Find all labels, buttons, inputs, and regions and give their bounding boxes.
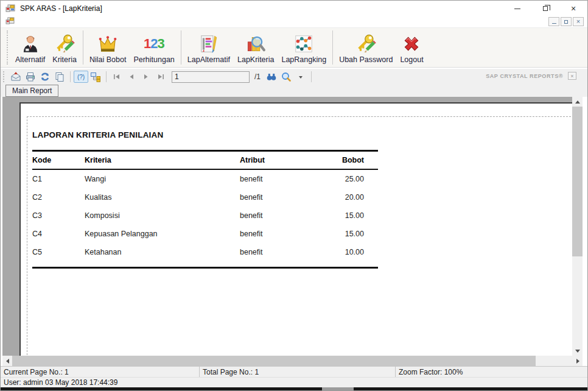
toolbar-button-label: LapAlternatif <box>187 55 230 64</box>
mdi-child-icon <box>5 17 15 25</box>
ubah-password-button[interactable]: Ubah Password <box>335 29 396 66</box>
logout-button[interactable]: Logout <box>396 29 427 66</box>
cell-atribut: benefit <box>240 193 319 202</box>
cell-kriteria: Ketahanan <box>85 248 240 256</box>
cell-atribut: benefit <box>240 211 319 220</box>
column-header-bobot: Bobot <box>319 156 378 164</box>
title-bar: SPK ARAS - [LapKriteria] × <box>1 1 587 16</box>
copy-button[interactable] <box>53 71 66 83</box>
print-button[interactable] <box>24 71 37 83</box>
scroll-up-button[interactable] <box>572 97 583 107</box>
key-pencil-icon <box>355 33 376 54</box>
report-toolbar: (?) <box>1 69 587 85</box>
group-tree-icon <box>90 71 101 82</box>
scroll-down-button[interactable] <box>572 346 583 356</box>
report-toolbar-separator <box>311 71 312 82</box>
zoom-dropdown-button[interactable] <box>294 71 307 83</box>
alternatif-button[interactable]: Alternatif <box>12 29 49 66</box>
restore-button[interactable] <box>531 1 559 16</box>
main-toolbar: Alternatif Kriteria <box>1 27 587 68</box>
toolbar-button-label: Perhitungan <box>133 55 174 64</box>
mdi-minimize-button[interactable] <box>548 17 559 26</box>
refresh-button[interactable] <box>38 71 52 83</box>
report-status-bar: Current Page No.: 1 Total Page No.: 1 Zo… <box>1 366 587 377</box>
cell-bobot: 25.00 <box>319 175 378 183</box>
perhitungan-button[interactable]: 123 Perhitungan <box>130 29 178 66</box>
group-tree-button[interactable] <box>89 71 102 83</box>
toggle-parameter-panel-button[interactable]: (?) <box>74 71 88 83</box>
page-margin-guide-horizontal <box>27 116 571 117</box>
toolbar-button-label: LapKriteria <box>237 55 274 64</box>
first-page-button[interactable] <box>110 71 124 83</box>
arrow-right-icon <box>576 359 579 364</box>
nilai-bobot-button[interactable]: Nilai Bobot <box>86 29 130 66</box>
next-page-button[interactable] <box>139 71 153 83</box>
taskbar-edge <box>1 387 587 391</box>
minimize-button[interactable] <box>503 1 531 16</box>
toolbar-button-label: Kriteria <box>52 55 77 64</box>
table-row: C2 Kualitas benefit 20.00 <box>32 188 378 206</box>
binoculars-icon <box>266 71 277 82</box>
cell-kode: C1 <box>32 175 85 183</box>
cell-kode: C4 <box>32 230 85 238</box>
scroll-left-button[interactable] <box>2 356 12 366</box>
zoom-button[interactable] <box>279 71 293 83</box>
mdi-minimize-icon <box>552 23 556 24</box>
report-document-icon <box>198 33 219 54</box>
horizontal-scrollbar[interactable] <box>2 356 583 366</box>
cell-kode: C2 <box>32 193 85 202</box>
toolbar-button-label: Logout <box>400 55 423 64</box>
user-session-status: User: admin 03 May 2018 17:44:39 <box>4 378 117 387</box>
mdi-strip: × <box>1 16 587 27</box>
previous-page-icon <box>127 72 136 82</box>
toolbar-button-label: Alternatif <box>15 55 45 64</box>
table-row: C1 Wangi benefit 25.00 <box>32 170 378 188</box>
mdi-close-icon: × <box>576 18 580 25</box>
previous-page-button[interactable] <box>125 71 138 83</box>
toolbar-button-label: LapRangking <box>281 55 326 64</box>
scroll-right-button[interactable] <box>573 356 583 366</box>
toolbar-button-label: Ubah Password <box>339 55 393 64</box>
mdi-restore-button[interactable] <box>561 17 572 26</box>
lap-alternatif-button[interactable]: LapAlternatif <box>184 29 234 66</box>
export-icon <box>10 71 21 82</box>
page-margin-guide-vertical <box>27 116 27 355</box>
mdi-close-button[interactable]: × <box>573 17 584 26</box>
brand-close-button[interactable]: × <box>568 72 576 80</box>
export-button[interactable] <box>9 71 23 83</box>
print-icon <box>25 71 36 82</box>
vertical-scrollbar[interactable] <box>572 97 583 356</box>
page-number-input[interactable] <box>172 71 250 83</box>
table-row: C4 Kepuasan Pelanggan benefit 15.00 <box>32 225 378 243</box>
find-button[interactable] <box>265 71 278 83</box>
cell-kode: C3 <box>32 211 85 220</box>
toolbar-grip[interactable] <box>7 30 9 65</box>
report-table: Kode Kriteria Atribut Bobot C1 Wangi ben… <box>32 150 378 269</box>
kriteria-button[interactable]: Kriteria <box>49 29 80 66</box>
copy-icon <box>54 71 65 82</box>
key-pencil-icon <box>54 33 75 54</box>
report-toolbar-grip[interactable] <box>3 71 5 82</box>
lap-rangking-button[interactable]: LapRangking <box>278 29 330 66</box>
red-x-icon <box>401 33 422 54</box>
horizontal-scrollbar-thumb[interactable] <box>12 356 536 366</box>
tab-main-report[interactable]: Main Report <box>5 85 58 97</box>
cell-atribut: benefit <box>240 175 319 183</box>
arrow-down-icon <box>575 350 580 353</box>
report-toolbar-separator <box>106 71 107 82</box>
vertical-scrollbar-thumb[interactable] <box>572 107 583 256</box>
toolbar-separator <box>83 30 83 65</box>
cell-kriteria: Kualitas <box>85 193 240 202</box>
app-status-bar: User: admin 03 May 2018 17:44:39 <box>1 377 587 387</box>
app-icon <box>5 4 15 13</box>
column-header-kriteria: Kriteria <box>85 156 240 164</box>
minimize-icon <box>514 9 520 9</box>
zoom-factor-status: Zoom Factor: 100% <box>395 367 588 378</box>
last-page-button[interactable] <box>154 71 167 83</box>
numbers-123-icon: 123 <box>144 33 164 54</box>
close-button[interactable]: × <box>559 1 587 16</box>
chevron-down-icon <box>298 72 304 82</box>
column-header-kode: Kode <box>32 156 85 164</box>
cell-atribut: benefit <box>240 248 319 256</box>
lap-kriteria-button[interactable]: LapKriteria <box>234 29 278 66</box>
